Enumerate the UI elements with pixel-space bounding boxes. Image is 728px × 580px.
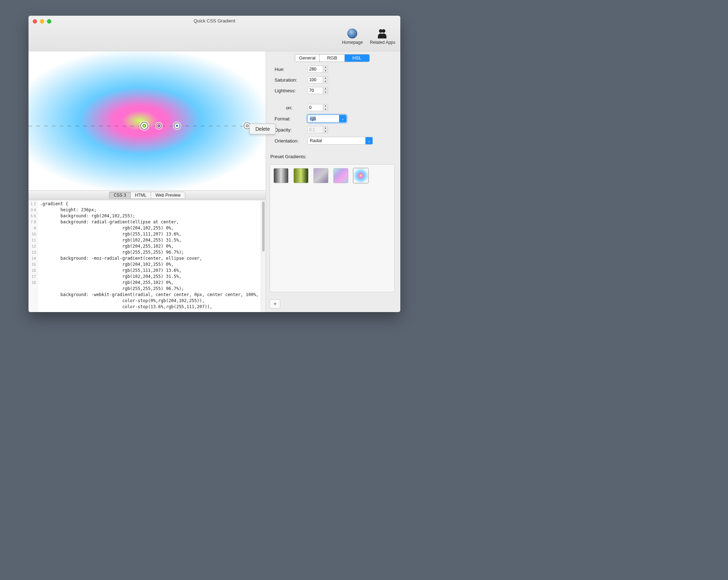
tab-web-preview[interactable]: Web Preview — [151, 192, 184, 198]
gradient-stop-3[interactable] — [174, 123, 180, 129]
tab-hsl[interactable]: HSL — [344, 55, 369, 62]
chevron-down-icon: ⌄ — [365, 137, 373, 144]
opacity-input — [307, 126, 323, 133]
related-apps-label: Related Apps — [370, 40, 395, 45]
add-preset-button[interactable]: + — [270, 299, 280, 309]
zoom-window-button[interactable] — [47, 19, 51, 24]
gradient-stop-1[interactable] — [140, 122, 148, 130]
gradient-stop-2[interactable] — [156, 123, 162, 129]
code-tabs: CSS 3 HTML Web Preview — [28, 190, 266, 200]
tab-html[interactable]: HTML — [130, 192, 151, 198]
opacity-stepper[interactable]: ▲▼ — [323, 126, 328, 133]
toolbar-right: Homepage Related Apps — [342, 28, 395, 45]
preset-gradient-4[interactable] — [333, 168, 348, 183]
homepage-button[interactable]: Homepage — [342, 28, 363, 45]
opacity-label: Opacity: — [275, 127, 305, 133]
homepage-label: Homepage — [342, 40, 363, 45]
window-controls — [33, 19, 51, 24]
preset-gradients-grid — [270, 164, 395, 292]
stop-panel: Position: ▲▼ Format: rgb ⌄ Opacity: — [270, 104, 395, 148]
globe-icon — [347, 28, 358, 39]
app-window: Quick CSS Gradient Homepage Related Apps — [28, 16, 400, 312]
position-label: Position: — [275, 105, 305, 110]
gradient-stop-track — [28, 122, 266, 130]
gradient-preview[interactable]: Delete — [28, 51, 266, 190]
color-panel: General RGB HSL Hue: ▲▼ Saturation: ▲▼ — [270, 55, 395, 98]
orientation-label: Orientation: — [275, 138, 305, 144]
code-gutter: 1 2 3 4 5 6 7 8 9 10 11 12 13 14 15 16 1… — [28, 200, 38, 312]
preset-gradient-2[interactable] — [293, 168, 308, 183]
people-icon — [377, 28, 388, 39]
position-input[interactable] — [307, 104, 323, 111]
left-column: Delete CSS 3 HTML Web Preview 1 2 3 4 5 … — [28, 51, 266, 312]
saturation-label: Saturation: — [275, 77, 305, 83]
delete-stop-popover[interactable]: Delete — [249, 124, 276, 134]
format-label: Format: — [275, 116, 305, 121]
right-panel: General RGB HSL Hue: ▲▼ Saturation: ▲▼ — [266, 51, 400, 312]
presets-label: Preset Gradients: — [270, 154, 395, 159]
window-body: Delete CSS 3 HTML Web Preview 1 2 3 4 5 … — [28, 51, 400, 312]
hue-input[interactable] — [307, 66, 323, 73]
color-mode-segmented: General RGB HSL — [295, 54, 370, 62]
minimize-window-button[interactable] — [40, 19, 44, 24]
code-area: 1 2 3 4 5 6 7 8 9 10 11 12 13 14 15 16 1… — [28, 200, 266, 312]
saturation-input[interactable] — [307, 76, 323, 83]
window-title: Quick CSS Gradient — [28, 16, 400, 24]
tab-css3[interactable]: CSS 3 — [109, 192, 130, 198]
titlebar: Quick CSS Gradient Homepage Related Apps — [28, 16, 400, 51]
format-select[interactable]: rgb ⌄ — [307, 115, 347, 123]
close-window-button[interactable] — [33, 19, 37, 24]
hue-stepper[interactable]: ▲▼ — [323, 66, 328, 73]
code-scrollbar[interactable] — [261, 200, 266, 312]
scrollbar-thumb[interactable] — [262, 202, 265, 252]
hue-label: Hue: — [275, 67, 305, 72]
preset-gradient-5[interactable] — [353, 168, 368, 183]
position-stepper[interactable]: ▲▼ — [323, 104, 328, 111]
tab-rgb[interactable]: RGB — [319, 55, 344, 62]
lightness-label: Lightness: — [275, 88, 305, 93]
code-tab-segmented: CSS 3 HTML Web Preview — [109, 192, 185, 199]
lightness-input[interactable] — [307, 87, 323, 94]
code-text[interactable]: .gradient { height: 236px; background: r… — [38, 200, 261, 312]
format-select-value: rgb — [310, 116, 316, 121]
orientation-select-value: Radial — [310, 138, 322, 143]
chevron-down-icon: ⌄ — [339, 115, 346, 122]
saturation-stepper[interactable]: ▲▼ — [323, 76, 328, 83]
tab-general[interactable]: General — [295, 55, 320, 62]
preset-gradient-1[interactable] — [274, 168, 288, 183]
preset-gradient-3[interactable] — [313, 168, 328, 183]
related-apps-button[interactable]: Related Apps — [370, 28, 395, 45]
orientation-select[interactable]: Radial ⌄ — [307, 137, 373, 145]
lightness-stepper[interactable]: ▲▼ — [323, 87, 328, 94]
